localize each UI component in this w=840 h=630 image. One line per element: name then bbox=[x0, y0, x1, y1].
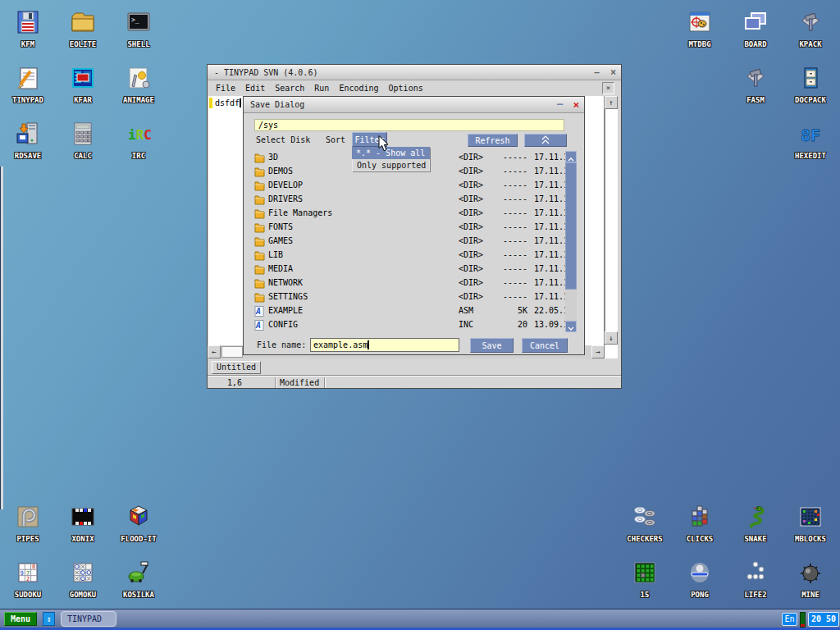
menu-item-encoding[interactable]: Encoding bbox=[334, 80, 383, 96]
file-list: 3D<DIR>-----17.11.13DEMOS<DIR>-----17.11… bbox=[244, 146, 586, 335]
desktop-icon-mtdbg[interactable]: MTDBG bbox=[673, 9, 727, 48]
desktop-icon-kfm[interactable]: KFM bbox=[1, 9, 55, 48]
desktop-icon-15[interactable]: 15 bbox=[618, 559, 672, 599]
menu-item-file[interactable]: File bbox=[211, 80, 240, 96]
desktop-icon-sudoku[interactable]: 8972SUDOKU bbox=[1, 559, 55, 599]
svg-text:9: 9 bbox=[21, 570, 24, 577]
start-menu-button[interactable]: Menu bbox=[4, 612, 37, 626]
file-type: <DIR> bbox=[459, 153, 483, 162]
desktop-icon-shell[interactable]: >_SHELL bbox=[112, 9, 166, 48]
scroll-down-icon[interactable]: ↓ bbox=[605, 331, 618, 345]
tab-untitled[interactable]: Untitled bbox=[212, 361, 261, 374]
file-name: FONTS bbox=[268, 222, 293, 231]
desktop-icon-label: CALC bbox=[56, 152, 110, 160]
desktop-icon-pong[interactable]: PONG bbox=[673, 559, 727, 599]
cancel-button[interactable]: Cancel bbox=[522, 338, 568, 353]
menu-item-options[interactable]: Options bbox=[384, 80, 428, 96]
file-row-file-managers[interactable]: File Managers<DIR>-----17.11.13 bbox=[253, 207, 565, 221]
scrollbar-thumb[interactable] bbox=[565, 162, 577, 290]
minimize-icon[interactable]: — bbox=[591, 66, 603, 79]
taskbar-item-tinypad[interactable]: TINYPAD bbox=[61, 611, 116, 627]
modified-status: Modified bbox=[280, 378, 319, 387]
file-name-input[interactable]: example.asm bbox=[310, 338, 459, 352]
file-row-develop[interactable]: DEVELOP<DIR>-----17.11.13 bbox=[253, 179, 565, 193]
path-field[interactable]: /sys bbox=[254, 119, 564, 131]
desktop-icon-fasm[interactable]: FASM bbox=[728, 65, 783, 104]
file-row-example[interactable]: AEXAMPLEASM5K22.05.13 bbox=[253, 304, 565, 318]
scroll-up-icon[interactable]: ↑ bbox=[605, 96, 618, 109]
desktop-icon-eolite[interactable]: EOLITE bbox=[56, 9, 110, 48]
menu-item-run[interactable]: Run bbox=[309, 80, 334, 96]
language-indicator[interactable]: En bbox=[782, 613, 797, 626]
desktop-icon-mine[interactable]: MINE bbox=[783, 559, 838, 599]
desktop-icon-tinypad[interactable]: TINYPAD bbox=[1, 65, 55, 104]
desktop-icon-kfar[interactable]: KFAR bbox=[56, 65, 110, 104]
desktop-icon-clicks[interactable]: CLICKS bbox=[673, 504, 727, 543]
sort-button[interactable]: Sort bbox=[326, 135, 345, 145]
desktop-icon-rdsave[interactable]: RDSAVE bbox=[1, 121, 55, 160]
close-icon[interactable]: × bbox=[570, 98, 582, 111]
desktop-icon-kosilka[interactable]: KOSILKA bbox=[112, 559, 166, 599]
desktop-icon-calc[interactable]: CALC bbox=[56, 121, 110, 160]
docpack-icon bbox=[797, 65, 824, 91]
refresh-button[interactable]: Refresh bbox=[468, 134, 518, 147]
status-bar: 1,6 Modified bbox=[208, 375, 621, 389]
tinypad-titlebar[interactable]: - TINYPAD SVN (4.0.6) — × bbox=[208, 65, 621, 80]
list-scrollbar[interactable] bbox=[565, 151, 577, 332]
scroll-left-icon[interactable]: ← bbox=[208, 345, 221, 358]
desktop-icon-gomoku[interactable]: GOMOKU bbox=[56, 559, 110, 599]
desktop-icon-kpack[interactable]: KPACK bbox=[783, 9, 838, 48]
svg-text:8: 8 bbox=[32, 564, 35, 570]
file-size: ----- bbox=[482, 278, 527, 287]
desktop-icon-life2[interactable]: LIFE2 bbox=[728, 559, 783, 599]
desktop-icon-label: RDSAVE bbox=[1, 152, 55, 160]
desktop-icon-snake[interactable]: SNAKE bbox=[728, 504, 783, 543]
desktop-icon-mblocks[interactable]: MBLOCKS bbox=[783, 504, 838, 543]
select-disk-button[interactable]: Select Disk bbox=[256, 135, 310, 145]
snake-icon bbox=[742, 504, 769, 530]
file-name: File Managers bbox=[268, 208, 332, 217]
svg-text:2: 2 bbox=[26, 576, 30, 582]
desktop-icon-irc[interactable]: iRCIRC bbox=[112, 121, 166, 160]
desktop-icon-board[interactable]: BOARD bbox=[728, 9, 783, 48]
desktop-icon-animage[interactable]: ANIMAGE bbox=[112, 65, 166, 104]
file-row-settings[interactable]: SETTINGS<DIR>-----17.11.13 bbox=[253, 290, 565, 304]
file-row-drivers[interactable]: DRIVERS<DIR>-----17.11.13 bbox=[253, 193, 565, 207]
updown-arrow-icon[interactable]: ↕ bbox=[43, 612, 55, 626]
vertical-scrollbar[interactable]: ↑ ↓ bbox=[605, 96, 618, 345]
desktop-icon-hexedit[interactable]: 8FHEXEDIT bbox=[783, 121, 838, 160]
menu-item-search[interactable]: Search bbox=[270, 80, 309, 96]
desktop-icon-label: PONG bbox=[673, 591, 727, 599]
scroll-up-icon[interactable] bbox=[565, 151, 577, 162]
desktop-icon-label: KPACK bbox=[783, 40, 838, 48]
file-row-lib[interactable]: LIB<DIR>-----17.11.13 bbox=[253, 249, 565, 262]
desktop-icon-label: MTDBG bbox=[673, 40, 727, 48]
desktop-icon-pipes[interactable]: PIPES bbox=[1, 504, 55, 543]
menu-item-edit[interactable]: Edit bbox=[240, 80, 270, 96]
file-row-config[interactable]: ACONFIGINC2013.09.11 bbox=[253, 318, 565, 332]
scrollbar-thumb[interactable] bbox=[221, 346, 243, 358]
cpu-usage-indicator[interactable] bbox=[800, 612, 806, 628]
desktop-icon-xonix[interactable]: XONIX bbox=[56, 504, 110, 543]
close-icon[interactable]: × bbox=[607, 66, 619, 79]
kfm-icon bbox=[15, 9, 41, 35]
scroll-down-icon[interactable] bbox=[565, 321, 577, 332]
file-row-games[interactable]: GAMES<DIR>-----17.11.13 bbox=[253, 235, 565, 249]
file-row-fonts[interactable]: FONTS<DIR>-----17.11.13 bbox=[253, 221, 565, 235]
save-button[interactable]: Save bbox=[470, 338, 514, 353]
file-row-media[interactable]: MEDIA<DIR>-----17.11.13 bbox=[253, 262, 565, 276]
filter-option-1[interactable]: Only supported bbox=[352, 159, 430, 171]
filter-option-0[interactable]: *.* - Show all bbox=[352, 147, 430, 159]
save-dialog-titlebar[interactable]: Save Dialog — × bbox=[244, 97, 584, 113]
up-level-button[interactable] bbox=[524, 134, 567, 147]
file-row-network[interactable]: NETWORK<DIR>-----17.11.13 bbox=[253, 276, 565, 290]
clock[interactable]: 20 50 bbox=[808, 612, 839, 627]
minimize-icon[interactable]: — bbox=[554, 98, 566, 111]
scroll-right-icon[interactable]: → bbox=[591, 345, 605, 358]
desktop-icon-docpack[interactable]: DOCPACK bbox=[783, 65, 838, 104]
desktop-icon-checkers[interactable]: CHECKERS bbox=[618, 504, 672, 543]
calc-icon bbox=[70, 121, 96, 147]
desktop-icon-label: SNAKE bbox=[728, 535, 783, 543]
desktop-icon-flood-it[interactable]: FLOOD-IT bbox=[112, 504, 166, 543]
menubar-close-icon[interactable]: × bbox=[602, 82, 614, 94]
